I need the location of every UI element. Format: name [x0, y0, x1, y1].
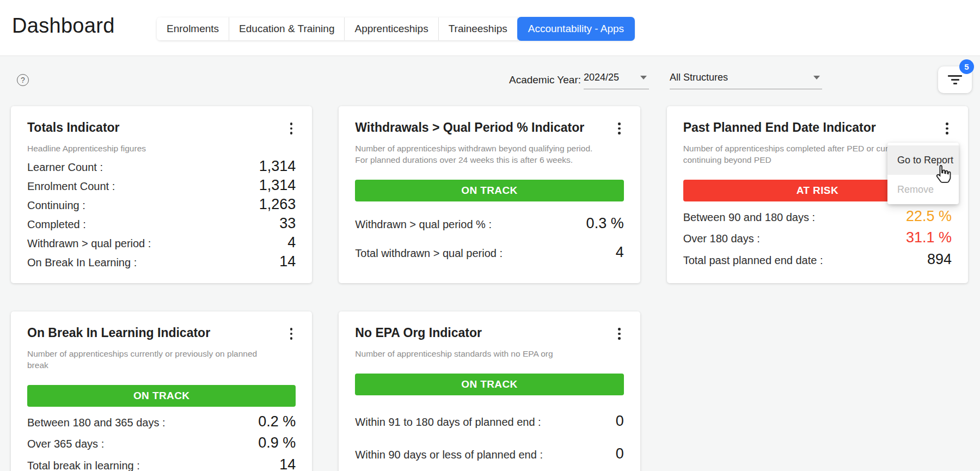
- stat-label: Learner Count :: [27, 161, 103, 174]
- stat-row: Total withdrawn > qual period :4: [355, 244, 623, 261]
- stat-label: Withdrawn > qual period :: [27, 237, 151, 250]
- status-banner: ON TRACK: [355, 374, 623, 395]
- dashboard-app: Dashboard EnrolmentsEducation & Training…: [0, 0, 980, 471]
- tab-traineeships[interactable]: Traineeships: [439, 17, 518, 40]
- stat-value: 31.1 %: [906, 229, 952, 246]
- stat-row: Completed :33: [27, 215, 296, 232]
- structures-value: All Structures: [670, 72, 728, 83]
- stat-value: 0.2 %: [258, 413, 296, 430]
- card-title: No EPA Org Indicator: [355, 326, 482, 340]
- stat-row: Withdrawn > qual period % :0.3 %: [355, 215, 623, 232]
- tab-enrolments[interactable]: Enrolments: [157, 17, 229, 40]
- card-menu-kebab-icon[interactable]: [615, 120, 624, 137]
- stat-value: 4: [616, 244, 624, 261]
- stat-value: 1,263: [259, 196, 296, 213]
- tab-accountability-apps[interactable]: Accountability - Apps: [517, 17, 635, 41]
- stat-label: Within 90 days or less of planned end :: [355, 449, 543, 461]
- card-title: On Break In Learning Indicator: [27, 326, 210, 340]
- stat-row: Learner Count :1,314: [27, 158, 296, 175]
- stat-label: Completed :: [27, 218, 86, 231]
- indicator-card-on-break-in-learning-indicator: On Break In Learning IndicatorNumber of …: [11, 311, 312, 471]
- stat-row: On Break In Learning :14: [27, 253, 296, 270]
- stat-value: 0.3 %: [586, 215, 624, 232]
- stat-label: Total past planned end date :: [683, 254, 823, 267]
- stat-value: 33: [279, 215, 296, 232]
- stat-row: Total break in learning :14: [27, 456, 296, 471]
- card-title: Totals Indicator: [27, 120, 120, 135]
- card-menu-kebab-icon[interactable]: [615, 326, 624, 342]
- stat-row: Over 180 days :31.1 %: [683, 229, 952, 246]
- toolbar: ? Academic Year: 2024/25 All Structures …: [0, 56, 980, 106]
- card-description: Headline Apprenticeship figures: [27, 143, 273, 154]
- card-stats: Between 90 and 180 days :22.5 %Over 180 …: [683, 204, 952, 273]
- stat-value: 1,314: [259, 177, 296, 194]
- header: Dashboard EnrolmentsEducation & Training…: [0, 0, 980, 56]
- stat-label: Within 91 to 180 days of planned end :: [355, 416, 541, 429]
- page-title: Dashboard: [12, 14, 115, 38]
- stat-label: Over 180 days :: [683, 233, 760, 245]
- tab-apprenticeships[interactable]: Apprenticeships: [345, 17, 438, 40]
- stat-label: Between 90 and 180 days :: [683, 211, 815, 224]
- card-menu-kebab-icon[interactable]: [942, 120, 952, 137]
- stat-label: Enrolment Count :: [27, 180, 115, 193]
- academic-year-value: 2024/25: [584, 72, 619, 83]
- indicator-card-totals-indicator: Totals IndicatorHeadline Apprenticeship …: [11, 106, 312, 283]
- stat-row: Within 91 to 180 days of planned end :0: [355, 413, 623, 430]
- stat-row: Between 90 and 180 days :22.5 %: [683, 208, 952, 225]
- stat-row: Over 365 days :0.9 %: [27, 435, 296, 451]
- stat-row: Total past planned end date :894: [683, 251, 952, 268]
- structures-select[interactable]: All Structures: [670, 72, 822, 89]
- indicator-card-no-epa-org-indicator: No EPA Org IndicatorNumber of apprentice…: [339, 311, 640, 471]
- academic-year-label: Academic Year:: [509, 74, 581, 86]
- card-menu-kebab-icon[interactable]: [287, 120, 296, 137]
- filter-list-icon: [948, 75, 962, 84]
- stat-label: Total withdrawn > qual period :: [355, 247, 503, 260]
- status-banner: ON TRACK: [355, 180, 623, 201]
- stat-value: 894: [927, 251, 952, 268]
- stat-label: Withdrawn > qual period % :: [355, 218, 492, 231]
- stat-label: On Break In Learning :: [27, 256, 137, 269]
- stat-value: 14: [279, 456, 296, 471]
- stat-row: Withdrawn > qual period :4: [27, 234, 296, 251]
- card-stats: Withdrawn > qual period % :0.3 %Total wi…: [355, 204, 623, 273]
- card-title: Past Planned End Date Indicator: [683, 120, 876, 135]
- stat-value: 0: [616, 413, 624, 430]
- chevron-down-icon: [640, 76, 647, 79]
- stat-row: Between 180 and 365 days :0.2 %: [27, 413, 296, 430]
- tab-education-training[interactable]: Education & Training: [229, 17, 345, 40]
- indicator-card-withdrawals-qual-period-indicator: Withdrawals > Qual Period % IndicatorNum…: [339, 106, 640, 283]
- stat-value: 22.5 %: [906, 208, 952, 225]
- stat-value: 14: [279, 253, 296, 270]
- stat-label: Between 180 and 365 days :: [27, 417, 166, 429]
- card-description: Number of apprenticeships currently or p…: [27, 348, 273, 371]
- stat-value: 1,314: [259, 158, 296, 175]
- stat-value: 0: [616, 445, 624, 462]
- stat-row: Within 90 days or less of planned end :0: [355, 445, 623, 462]
- cards-grid: Totals IndicatorHeadline Apprenticeship …: [11, 106, 968, 471]
- card-menu-kebab-icon[interactable]: [287, 326, 296, 342]
- hand-cursor-icon: [933, 163, 954, 184]
- card-description: Number of apprenticeships withdrawn beyo…: [355, 143, 601, 166]
- tab-bar: EnrolmentsEducation & TrainingApprentice…: [157, 17, 634, 40]
- card-stats: Between 180 and 365 days :0.2 %Over 365 …: [27, 409, 296, 471]
- stat-value: 4: [287, 234, 296, 251]
- card-stats: Within 91 to 180 days of planned end :0W…: [355, 397, 623, 471]
- stat-row: Continuing :1,263: [27, 196, 296, 213]
- stat-value: 0.9 %: [258, 435, 296, 451]
- stat-label: Continuing :: [27, 199, 85, 212]
- filter-badge: 5: [959, 59, 974, 74]
- filter-button[interactable]: 5: [938, 66, 972, 93]
- status-banner: ON TRACK: [27, 385, 296, 407]
- card-stats: Learner Count :1,314Enrolment Count :1,3…: [27, 156, 296, 273]
- chevron-down-icon: [813, 76, 820, 79]
- academic-year-select[interactable]: 2024/25: [584, 72, 649, 89]
- help-icon[interactable]: ?: [17, 74, 29, 86]
- stat-label: Total break in learning :: [27, 460, 140, 471]
- stat-row: Enrolment Count :1,314: [27, 177, 296, 194]
- card-title: Withdrawals > Qual Period % Indicator: [355, 120, 584, 135]
- card-description: Number of apprenticeship standards with …: [355, 348, 601, 359]
- stat-label: Over 365 days :: [27, 438, 104, 450]
